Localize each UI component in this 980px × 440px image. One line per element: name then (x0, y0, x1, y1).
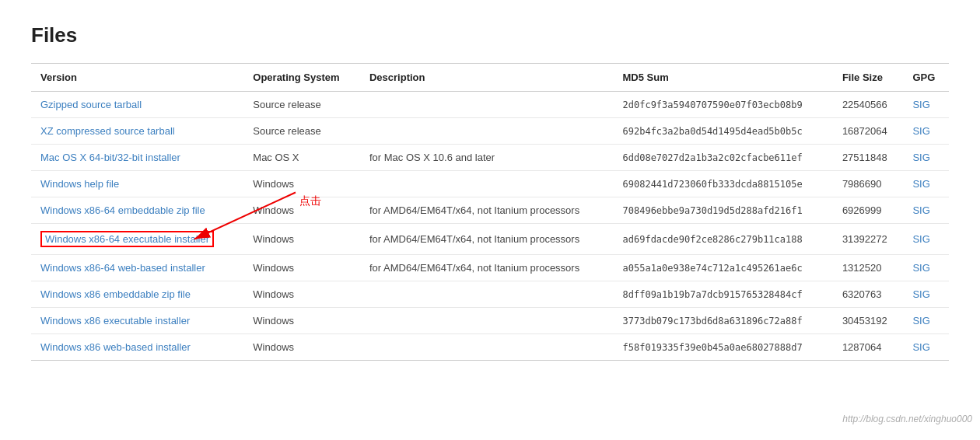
gpg-sig-link[interactable]: SIG (912, 178, 929, 190)
file-version-link[interactable]: Windows x86-64 embeddable zip file (40, 204, 205, 216)
cell-description (360, 334, 614, 361)
cell-os: Source release (243, 118, 360, 145)
cell-version: Windows x86 web-based installer (31, 334, 243, 361)
cell-gpg: SIG (903, 334, 949, 361)
table-row: Windows x86-64 web-based installerWindow… (31, 255, 949, 281)
cell-description: for AMD64/EM64T/x64, not Itanium process… (360, 224, 614, 255)
cell-size: 6320763 (833, 281, 904, 308)
table-row: Windows x86-64 executable installerWindo… (31, 224, 949, 255)
table-row: Windows x86 web-based installerWindowsf5… (31, 334, 949, 361)
gpg-sig-link[interactable]: SIG (912, 262, 929, 274)
cell-description (360, 92, 614, 118)
cell-size: 1312520 (833, 255, 904, 281)
gpg-sig-link[interactable]: SIG (912, 233, 929, 245)
cell-os: Windows (243, 255, 360, 281)
cell-md5: 708496ebbe9a730d19d5d288afd216f1 (614, 197, 833, 224)
file-version-link[interactable]: Windows help file (40, 178, 119, 190)
table-row: Gzipped source tarballSource release2d0f… (31, 92, 949, 118)
cell-os: Mac OS X (243, 145, 360, 171)
cell-size: 22540566 (833, 92, 904, 118)
highlighted-version-wrapper: Windows x86-64 executable installer (40, 231, 214, 247)
gpg-sig-link[interactable]: SIG (912, 125, 929, 137)
cell-md5: 6dd08e7027d2a1b3a2c02cfacbe611ef (614, 145, 833, 171)
cell-description: for AMD64/EM64T/x64, not Itanium process… (360, 255, 614, 281)
cell-gpg: SIG (903, 118, 949, 145)
col-md5: MD5 Sum (614, 64, 833, 92)
page-title: Files (31, 23, 949, 47)
cell-description (360, 171, 614, 197)
cell-version: Gzipped source tarball (31, 92, 243, 118)
file-version-link[interactable]: Windows x86 web-based installer (40, 341, 191, 353)
cell-gpg: SIG (903, 255, 949, 281)
cell-gpg: SIG (903, 92, 949, 118)
cell-version: Windows x86 executable installer (31, 308, 243, 334)
col-version: Version (31, 64, 243, 92)
cell-version: Mac OS X 64-bit/32-bit installer (31, 145, 243, 171)
cell-os: Windows (243, 224, 360, 255)
table-row: Mac OS X 64-bit/32-bit installerMac OS X… (31, 145, 949, 171)
gpg-sig-link[interactable]: SIG (912, 204, 929, 216)
cell-os: Windows (243, 197, 360, 224)
files-table: Version Operating System Description MD5… (31, 63, 949, 361)
table-row: Windows x86 embeddable zip fileWindows8d… (31, 281, 949, 308)
cell-gpg: SIG (903, 308, 949, 334)
table-row: Windows help fileWindows69082441d723060f… (31, 171, 949, 197)
cell-description: for AMD64/EM64T/x64, not Itanium process… (360, 197, 614, 224)
cell-size: 16872064 (833, 118, 904, 145)
cell-md5: 692b4fc3a2ba0d54d1495d4ead5b0b5c (614, 118, 833, 145)
cell-version: Windows x86 embeddable zip file (31, 281, 243, 308)
cell-md5: 8dff09a1b19b7a7dcb915765328484cf (614, 281, 833, 308)
cell-os: Source release (243, 92, 360, 118)
cell-gpg: SIG (903, 197, 949, 224)
cell-description (360, 281, 614, 308)
file-version-link[interactable]: XZ compressed source tarball (40, 125, 175, 137)
col-gpg: GPG (903, 64, 949, 92)
files-table-wrapper: Version Operating System Description MD5… (31, 63, 949, 361)
cell-size: 31392272 (833, 224, 904, 255)
cell-gpg: SIG (903, 281, 949, 308)
cell-gpg: SIG (903, 145, 949, 171)
file-version-link[interactable]: Windows x86-64 web-based installer (40, 262, 205, 274)
gpg-sig-link[interactable]: SIG (912, 315, 929, 327)
cell-description: for Mac OS X 10.6 and later (360, 145, 614, 171)
table-row: XZ compressed source tarballSource relea… (31, 118, 949, 145)
gpg-sig-link[interactable]: SIG (912, 341, 929, 353)
cell-version: Windows x86-64 embeddable zip file (31, 197, 243, 224)
cell-size: 1287064 (833, 334, 904, 361)
cell-version: Windows x86-64 web-based installer (31, 255, 243, 281)
col-os: Operating System (243, 64, 360, 92)
cell-os: Windows (243, 171, 360, 197)
file-version-link[interactable]: Windows x86 embeddable zip file (40, 288, 191, 300)
cell-md5: 3773db079c173bd6d8a631896c72a88f (614, 308, 833, 334)
cell-size: 7986690 (833, 171, 904, 197)
cell-description (360, 308, 614, 334)
cell-os: Windows (243, 308, 360, 334)
cell-os: Windows (243, 334, 360, 361)
file-version-link[interactable]: Windows x86-64 executable installer (45, 233, 209, 245)
file-version-link[interactable]: Windows x86 executable installer (40, 315, 190, 327)
cell-description (360, 118, 614, 145)
cell-version: XZ compressed source tarball (31, 118, 243, 145)
col-size: File Size (833, 64, 904, 92)
cell-md5: a055a1a0e938e74c712a1c495261ae6c (614, 255, 833, 281)
col-description: Description (360, 64, 614, 92)
table-header-row: Version Operating System Description MD5… (31, 64, 949, 92)
file-version-link[interactable]: Gzipped source tarball (40, 99, 142, 110)
cell-size: 30453192 (833, 308, 904, 334)
cell-size: 27511848 (833, 145, 904, 171)
cell-size: 6926999 (833, 197, 904, 224)
gpg-sig-link[interactable]: SIG (912, 99, 929, 110)
cell-md5: 2d0fc9f3a5940707590e07f03ecb08b9 (614, 92, 833, 118)
cell-md5: ad69fdacde90f2ce8286c279b11ca188 (614, 224, 833, 255)
file-version-link[interactable]: Mac OS X 64-bit/32-bit installer (40, 152, 180, 163)
gpg-sig-link[interactable]: SIG (912, 288, 929, 300)
cell-gpg: SIG (903, 171, 949, 197)
table-row: Windows x86-64 embeddable zip fileWindow… (31, 197, 949, 224)
cell-md5: f58f019335f39e0b45a0ae68027888d7 (614, 334, 833, 361)
cell-version: Windows help file (31, 171, 243, 197)
cell-md5: 69082441d723060fb333dcda8815105e (614, 171, 833, 197)
cell-version: Windows x86-64 executable installer (31, 224, 243, 255)
gpg-sig-link[interactable]: SIG (912, 152, 929, 163)
cell-gpg: SIG (903, 224, 949, 255)
table-row: Windows x86 executable installerWindows3… (31, 308, 949, 334)
